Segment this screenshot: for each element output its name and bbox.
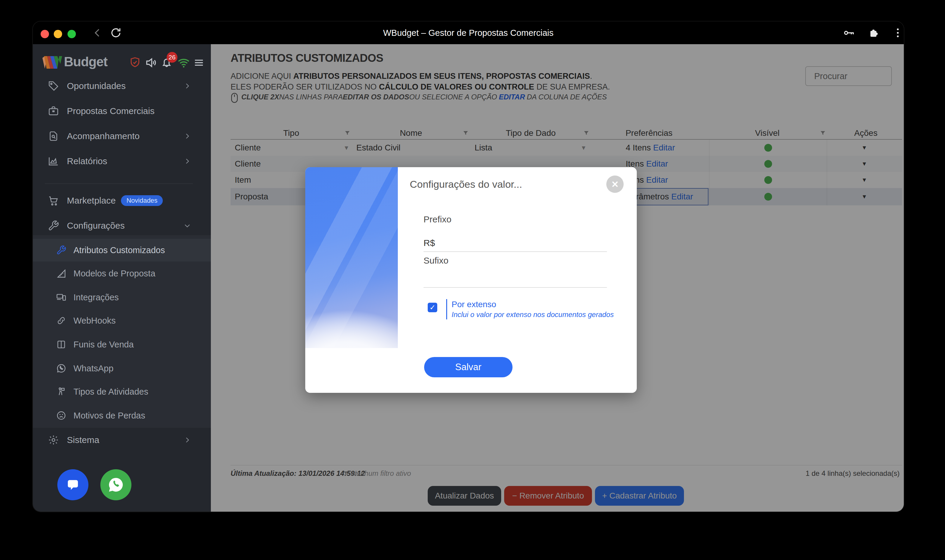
sidebar-item-label: Motivos de Perdas <box>74 411 145 421</box>
wbudget-logo: Budget <box>42 54 108 69</box>
sidebar-item-sistema[interactable]: Sistema <box>33 431 211 449</box>
por-extenso-description: Inclui o valor por extenso nos documento… <box>452 311 614 319</box>
sidebar-item-label: WhatsApp <box>74 363 114 374</box>
sidebar-item-label: Atributos Customizados <box>74 245 165 255</box>
whatsapp-icon <box>107 476 125 494</box>
wifi-icon <box>177 56 191 69</box>
key-icon[interactable] <box>843 27 855 39</box>
sidebar-item-oportunidades[interactable]: Oportunidades <box>33 77 211 95</box>
file-search-icon <box>48 131 59 142</box>
cart-icon <box>48 195 59 206</box>
sidebar-item-webhooks[interactable]: WebHooks <box>33 311 211 330</box>
sidebar-divider <box>45 183 193 184</box>
sidebar-item-acompanhamento[interactable]: Acompanhamento <box>33 126 211 146</box>
sidebar-item-label: Funis de Venda <box>74 340 134 349</box>
chart-icon <box>48 155 59 167</box>
sidebar: Budget 26 Oportunidades Propostas Comerc… <box>33 44 211 512</box>
support-chat-button[interactable] <box>57 469 88 500</box>
notification-badge: 26 <box>166 52 177 63</box>
shield-icon <box>128 56 142 69</box>
prefix-label: Prefixo <box>424 214 451 225</box>
por-extenso-label[interactable]: Por extenso <box>452 300 496 309</box>
chat-bubble-icon <box>65 477 81 493</box>
browser-menu-icon[interactable] <box>892 27 904 39</box>
suffix-label: Sufixo <box>424 255 448 266</box>
prefix-input[interactable] <box>424 235 607 252</box>
tag-icon <box>48 80 59 92</box>
wbudget-logo-text: Budget <box>64 54 108 69</box>
checkbox-accent-line <box>446 299 447 319</box>
speaker-icon <box>145 56 158 69</box>
modal-title: Configurações do valor... <box>410 178 522 190</box>
sidebar-item-propostas-comerciais[interactable]: Propostas Comerciais <box>33 102 211 121</box>
notifications-bell-icon[interactable]: 26 <box>160 56 173 69</box>
sidebar-item-label: Marketplace <box>67 195 116 206</box>
window-title: WBudget – Gestor de Propostas Comerciais <box>33 22 904 44</box>
sidebar-item-label: Integrações <box>74 292 119 302</box>
save-button[interactable]: Salvar <box>424 357 513 377</box>
sidebar-item-configuracoes[interactable]: Configurações <box>33 216 211 235</box>
whatsapp-icon <box>56 363 66 374</box>
por-extenso-checkbox[interactable]: ✓ <box>428 303 437 312</box>
ruler-icon <box>56 268 66 278</box>
value-settings-modal: Configurações do valor... ✕ Prefixo Sufi… <box>305 167 637 393</box>
extensions-puzzle-icon[interactable] <box>868 27 880 39</box>
tools-icon <box>48 220 59 231</box>
sidebar-item-label: Relatórios <box>67 156 107 166</box>
activity-person-icon <box>56 386 66 397</box>
sidebar-item-label: Tipos de Atividades <box>74 387 148 397</box>
chevron-right-icon <box>183 132 191 140</box>
novidades-badge: Novidades <box>121 195 163 206</box>
close-icon[interactable]: ✕ <box>606 175 624 193</box>
frown-icon <box>56 411 66 421</box>
browser-titlebar: WBudget – Gestor de Propostas Comerciais <box>33 22 904 44</box>
briefcase-icon <box>48 105 59 117</box>
sidebar-item-integracoes[interactable]: Integrações <box>33 288 211 307</box>
sidebar-item-motivos-de-perdas[interactable]: Motivos de Perdas <box>33 406 211 425</box>
sidebar-item-tipos-de-atividades[interactable]: Tipos de Atividades <box>33 382 211 401</box>
hamburger-menu-icon[interactable] <box>193 56 205 69</box>
sidebar-item-atributos-customizados[interactable]: Atributos Customizados <box>33 241 211 260</box>
sidebar-item-marketplace[interactable]: Marketplace Novidades <box>33 191 211 210</box>
suffix-input[interactable] <box>424 271 607 288</box>
modal-artwork <box>305 167 398 348</box>
devices-icon <box>56 292 66 302</box>
sidebar-item-label: Propostas Comerciais <box>67 106 154 116</box>
chevron-right-icon <box>183 436 191 444</box>
columns-icon <box>56 339 66 349</box>
sidebar-item-label: Modelos de Proposta <box>74 269 155 278</box>
sidebar-item-label: Acompanhamento <box>67 131 140 141</box>
sidebar-item-funis-de-venda[interactable]: Funis de Venda <box>33 335 211 354</box>
sidebar-item-label: WebHooks <box>74 316 116 326</box>
app-window: WBudget – Gestor de Propostas Comerciais… <box>33 22 904 512</box>
whatsapp-chat-button[interactable] <box>100 469 131 500</box>
tools-icon <box>56 245 66 255</box>
sidebar-item-label: Configurações <box>67 221 125 231</box>
sidebar-item-relatorios[interactable]: Relatórios <box>33 152 211 171</box>
sidebar-item-label: Sistema <box>67 435 99 445</box>
gear-icon <box>48 434 59 446</box>
sidebar-item-label: Oportunidades <box>67 81 126 91</box>
wbudget-logo-mark <box>42 55 62 69</box>
sidebar-item-whatsapp[interactable]: WhatsApp <box>33 359 211 378</box>
main-content: ATRIBUTOS CUSTOMIZADOS ADICIONE AQUI ATR… <box>211 44 904 512</box>
chevron-down-icon <box>183 222 191 229</box>
chevron-right-icon <box>183 82 191 90</box>
chevron-right-icon <box>183 157 191 165</box>
link-icon <box>56 315 66 326</box>
sidebar-item-modelos-de-proposta[interactable]: Modelos de Proposta <box>33 264 211 283</box>
